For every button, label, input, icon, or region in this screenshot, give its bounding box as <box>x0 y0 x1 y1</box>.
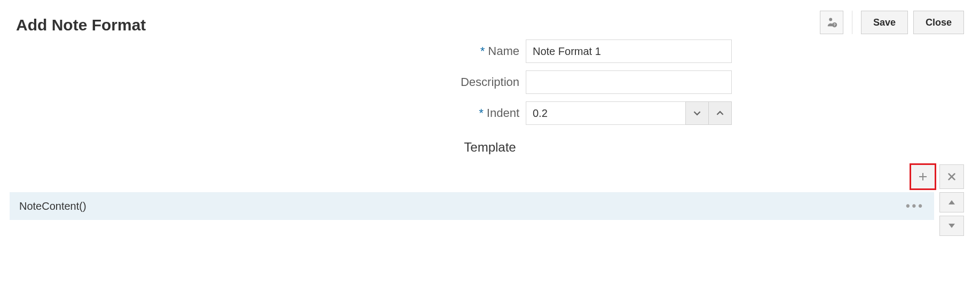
indent-label: Indent <box>487 106 519 120</box>
close-button[interactable]: Close <box>913 11 964 34</box>
delete-template-row-button[interactable] <box>939 164 964 189</box>
close-icon <box>947 172 957 181</box>
indent-increment-button[interactable] <box>708 101 732 125</box>
row-more-button[interactable]: ••• <box>906 199 924 213</box>
user-help-icon: ? <box>826 17 837 28</box>
triangle-up-icon <box>948 199 955 206</box>
template-row[interactable]: NoteContent() ••• <box>10 192 934 220</box>
name-label: Name <box>488 44 519 58</box>
svg-point-0 <box>829 18 832 21</box>
triangle-down-icon <box>948 223 955 229</box>
required-star: * <box>480 44 485 58</box>
chevron-up-icon <box>716 109 724 117</box>
required-star: * <box>479 106 484 120</box>
ellipsis-icon: ••• <box>906 199 924 212</box>
form-area: * Name Description * Indent <box>0 40 980 164</box>
template-toolbar <box>0 164 980 192</box>
add-template-row-button[interactable] <box>911 164 935 189</box>
user-help-button[interactable]: ? <box>820 11 843 34</box>
section-title-template: Template <box>464 140 516 155</box>
description-label: Description <box>461 75 519 89</box>
reorder-controls <box>939 192 964 236</box>
indent-stepper <box>526 101 732 125</box>
plus-icon <box>918 171 928 182</box>
save-button[interactable]: Save <box>861 11 908 34</box>
indent-input[interactable] <box>526 101 686 125</box>
description-input[interactable] <box>526 70 732 94</box>
move-row-down-button[interactable] <box>939 216 964 236</box>
svg-text:?: ? <box>833 23 835 27</box>
header-actions: ? Save Close <box>820 11 964 34</box>
page-title: Add Note Format <box>16 16 146 34</box>
chevron-down-icon <box>693 109 701 117</box>
indent-decrement-button[interactable] <box>685 101 709 125</box>
name-input[interactable] <box>526 40 732 63</box>
divider <box>852 11 852 34</box>
move-row-up-button[interactable] <box>939 192 964 212</box>
template-row-text: NoteContent() <box>19 200 86 212</box>
template-body: NoteContent() ••• <box>0 192 980 241</box>
